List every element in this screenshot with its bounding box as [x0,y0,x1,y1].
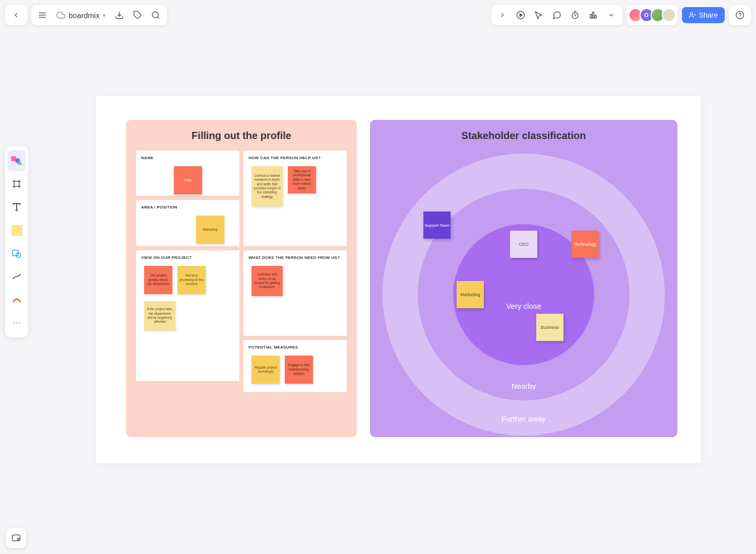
svg-point-25 [16,253,21,257]
chart-button[interactable] [584,6,602,24]
back-button[interactable] [7,6,25,24]
classification-rings: Further away Nearby Very close [383,154,665,436]
card-area[interactable]: AREA / POSITION Marketing [136,200,239,246]
ring-label: Further away [501,414,546,423]
minimap-button[interactable] [6,528,26,548]
profile-title: Filling out the profile [136,130,347,142]
pen-icon [11,294,22,305]
card-label: POTENTIAL MEASURES [248,345,342,350]
card-view[interactable]: VIEW ON OUR PROJECT Our project greatly … [136,250,239,381]
card-help[interactable]: HOW CAN THE PERSON HELP US? Conduct a ma… [243,151,347,246]
download-button[interactable] [110,6,129,24]
whiteboard-canvas[interactable]: Filling out the profile NAME Chris AREA … [96,96,701,463]
svg-point-13 [690,13,692,15]
stakeholder-panel[interactable]: Stakeholder classification Further away … [370,120,677,437]
svg-point-27 [16,322,17,323]
card-label: NAME [141,156,234,160]
sticky-note-business[interactable]: Business [536,314,563,341]
connector-icon [11,271,22,282]
sticky-note[interactable]: Conduct a market research in depth and w… [251,166,283,206]
tag-button[interactable] [129,6,147,24]
sticky-note-tool[interactable] [8,220,26,241]
comment-button[interactable] [548,6,566,24]
card-label: WHAT DOES THE PERSON NEED FROM US? [248,255,342,260]
frame-tool[interactable] [8,173,26,194]
sticky-note-support[interactable]: Support Team [423,212,451,239]
avatar [662,8,676,22]
sticky-note[interactable]: Marketing [196,216,224,244]
sticky-note[interactable]: Engage in next brainstorming session [285,356,313,384]
sticky-note[interactable]: Overview and vision of our project for g… [251,266,283,296]
sticky-note[interactable]: Our project greatly needs her department [144,266,172,294]
card-name[interactable]: NAME Chris [136,151,239,196]
more-chevron-button[interactable] [602,6,620,24]
sticky-icon [12,225,22,235]
help-button[interactable] [731,6,749,24]
profile-panel[interactable]: Filling out the profile NAME Chris AREA … [126,120,357,437]
ring-label: Very close [506,302,541,310]
svg-rect-11 [592,12,594,18]
menu-button[interactable] [33,6,51,24]
card-measures[interactable]: POTENTIAL MEASURES Regular project works… [243,340,347,392]
cloud-icon [56,11,66,20]
sticky-note-ceo[interactable]: CEO [510,231,537,258]
text-tool[interactable] [8,196,26,218]
stakeholder-title: Stakeholder classification [370,130,677,142]
shape-icon [11,248,22,259]
connector-tool[interactable] [8,266,26,287]
card-label: HOW CAN THE PERSON HELP US? [248,156,342,160]
sticky-note[interactable]: Regular project workshops [251,356,280,384]
more-tools[interactable] [8,312,26,333]
share-label: Share [699,11,718,19]
more-icon [12,318,21,327]
card-need[interactable]: WHAT DOES THE PERSON NEED FROM US? Overv… [243,250,347,336]
card-label: VIEW ON OUR PROJECT [141,255,234,260]
card-label: AREA / POSITION [141,205,234,210]
sticky-note[interactable]: Not very promising at this moment [177,266,206,294]
ring-label: Nearby [512,382,536,390]
shape-tool[interactable] [8,243,26,264]
svg-point-5 [152,12,158,18]
svg-rect-10 [590,15,592,19]
expand-button[interactable] [493,6,512,24]
minimap-icon [11,533,21,543]
sticky-note[interactable]: If the project fails, her department wil… [144,301,175,330]
collaborator-avatars[interactable]: O [626,5,678,25]
board-title-dropdown[interactable]: boardmix ▾ [51,11,110,20]
timer-button[interactable] [566,6,584,24]
shapes-tool[interactable] [8,150,26,171]
svg-point-28 [19,322,20,323]
sticky-note-marketing[interactable]: Marketing [457,281,484,308]
sticky-note[interactable]: Take use of professional skills to earn … [288,166,316,193]
cursor-button[interactable] [530,6,548,24]
sticky-note[interactable]: Chris [174,166,202,194]
frame-icon [12,179,22,189]
shapes-icon [11,156,22,165]
search-button[interactable] [147,6,165,24]
svg-point-26 [14,322,15,323]
text-icon [12,202,22,212]
chevron-down-icon: ▾ [103,13,105,18]
svg-marker-8 [520,14,522,17]
pen-tool[interactable] [8,289,26,310]
user-plus-icon [689,12,696,19]
play-button[interactable] [512,6,530,24]
share-button[interactable]: Share [682,7,725,23]
tool-sidebar [5,146,28,337]
svg-line-6 [157,17,159,18]
sticky-note-tech[interactable]: Technology [572,231,599,258]
board-title: boardmix [69,11,100,20]
svg-rect-12 [595,16,596,18]
svg-point-30 [18,538,19,540]
